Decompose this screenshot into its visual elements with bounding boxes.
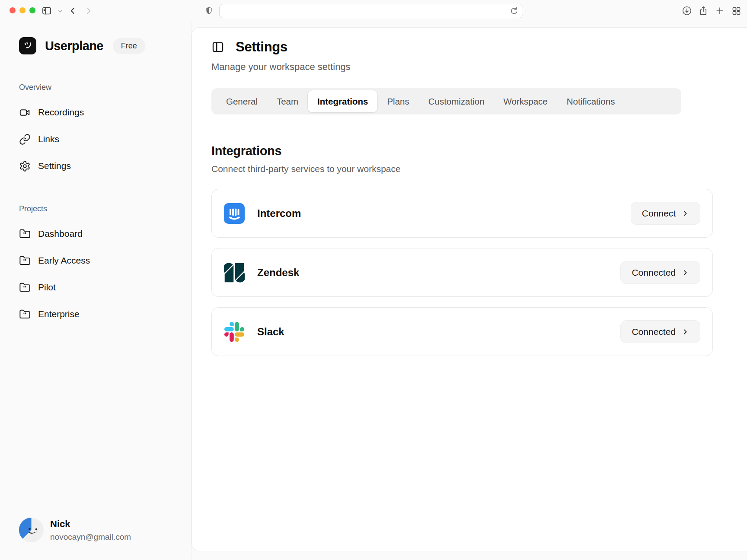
brand: Userplane Free <box>19 37 191 54</box>
integration-name: Slack <box>257 326 284 338</box>
folder-icon <box>19 309 31 320</box>
sidebar-item-label: Links <box>38 134 59 144</box>
tab-general[interactable]: General <box>217 90 267 112</box>
zoom-window-button[interactable] <box>29 7 35 13</box>
tab-workspace[interactable]: Workspace <box>494 90 557 112</box>
chevron-right-icon <box>681 210 689 217</box>
button-label: Connected <box>632 267 676 278</box>
link-icon <box>19 134 31 145</box>
avatar <box>19 518 44 542</box>
sidebar-item-links[interactable]: Links <box>19 133 191 146</box>
main-panel: Settings Manage your workspace settings … <box>192 27 747 551</box>
chevron-right-icon <box>681 269 689 277</box>
sidebar-section-overview: Overview <box>19 83 191 92</box>
intercom-logo-icon <box>224 203 245 224</box>
page-header: Settings <box>211 39 747 55</box>
section-subtitle: Connect third-party services to your wor… <box>211 164 747 174</box>
chevron-down-icon[interactable] <box>54 5 66 16</box>
folder-icon <box>19 255 31 267</box>
sidebar-item-settings[interactable]: Settings <box>19 159 191 172</box>
integration-name: Zendesk <box>257 267 299 279</box>
integration-card-intercom: Intercom Connect <box>211 189 713 238</box>
folder-icon <box>19 228 31 240</box>
tab-overview-button[interactable] <box>731 5 742 16</box>
sidebar-item-pilot[interactable]: Pilot <box>19 281 191 294</box>
browser-chrome <box>0 0 747 22</box>
gear-icon <box>19 160 31 172</box>
downloads-button[interactable] <box>681 5 693 16</box>
sidebar-item-label: Dashboard <box>38 229 83 239</box>
intercom-connect-button[interactable]: Connect <box>631 202 700 225</box>
panel-left-icon[interactable] <box>211 41 224 54</box>
new-tab-button[interactable] <box>714 5 725 16</box>
slack-connected-button[interactable]: Connected <box>620 320 700 343</box>
page-title: Settings <box>236 39 287 55</box>
video-camera-icon <box>19 107 31 118</box>
chevron-right-icon <box>681 328 689 336</box>
integration-list: Intercom Connect Zendesk <box>211 189 713 356</box>
tab-customization[interactable]: Customization <box>419 90 494 112</box>
sidebar-item-label: Recordings <box>38 107 84 118</box>
plan-badge: Free <box>113 38 145 54</box>
sidebar-item-dashboard[interactable]: Dashboard <box>19 227 191 240</box>
sidebar-item-label: Enterprise <box>38 309 80 319</box>
sidebar-item-label: Settings <box>38 161 71 171</box>
user-email: novocayn@gmail.com <box>50 532 131 542</box>
folder-icon <box>19 282 31 293</box>
app-window: Userplane Free Overview Recordings Links… <box>0 22 747 560</box>
sidebar-toggle-icon[interactable] <box>41 5 52 16</box>
minimize-window-button[interactable] <box>19 7 26 13</box>
sidebar-item-early-access[interactable]: Early Access <box>19 254 191 267</box>
slack-logo-icon <box>224 321 245 342</box>
reload-icon[interactable] <box>509 6 519 16</box>
tab-plans[interactable]: Plans <box>377 90 418 112</box>
brand-name: Userplane <box>45 39 103 53</box>
zendesk-logo-icon <box>224 262 245 283</box>
tab-team[interactable]: Team <box>267 90 308 112</box>
tab-integrations[interactable]: Integrations <box>308 90 377 112</box>
section-title: Integrations <box>211 144 747 158</box>
integration-name: Intercom <box>257 207 301 220</box>
sidebar: Userplane Free Overview Recordings Links… <box>0 22 192 560</box>
address-bar[interactable] <box>219 4 523 18</box>
settings-tabs: General Team Integrations Plans Customiz… <box>211 88 681 115</box>
share-button[interactable] <box>698 5 709 16</box>
button-label: Connected <box>632 327 676 337</box>
user-account[interactable]: Nick novocayn@gmail.com <box>19 518 131 542</box>
userplane-logo-icon <box>19 37 36 54</box>
page-subtitle: Manage your workspace settings <box>211 61 747 73</box>
close-window-button[interactable] <box>10 7 16 13</box>
sidebar-item-label: Pilot <box>38 282 56 293</box>
sidebar-item-recordings[interactable]: Recordings <box>19 106 191 119</box>
integration-card-zendesk: Zendesk Connected <box>211 248 713 297</box>
sidebar-section-projects: Projects <box>19 204 191 213</box>
zendesk-connected-button[interactable]: Connected <box>620 261 700 284</box>
button-label: Connect <box>642 208 676 219</box>
back-button[interactable] <box>67 5 78 16</box>
privacy-shield-icon[interactable] <box>203 5 214 16</box>
integration-card-slack: Slack Connected <box>211 307 713 356</box>
sidebar-item-label: Early Access <box>38 255 90 266</box>
forward-button[interactable] <box>83 5 94 16</box>
tab-notifications[interactable]: Notifications <box>557 90 625 112</box>
window-controls <box>10 7 35 13</box>
user-name: Nick <box>50 519 131 530</box>
sidebar-item-enterprise[interactable]: Enterprise <box>19 308 191 321</box>
